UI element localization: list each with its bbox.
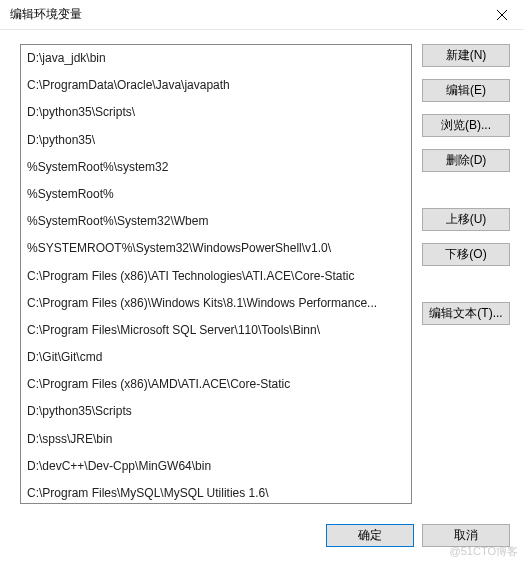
list-item[interactable]: C:\Program Files (x86)\Windows Kits\8.1\… — [21, 290, 411, 317]
close-button[interactable] — [479, 0, 524, 30]
path-listbox[interactable]: D:\java_jdk\binC:\ProgramData\Oracle\Jav… — [20, 44, 412, 504]
list-item[interactable]: %SystemRoot% — [21, 181, 411, 208]
titlebar: 编辑环境变量 — [0, 0, 524, 30]
side-button-column: 新建(N) 编辑(E) 浏览(B)... 删除(D) 上移(U) 下移(O) 编… — [422, 44, 510, 504]
list-item[interactable]: C:\ProgramData\Oracle\Java\javapath — [21, 72, 411, 99]
list-item[interactable]: D:\devC++\Dev-Cpp\MinGW64\bin — [21, 453, 411, 480]
list-item[interactable]: C:\Program Files\Microsoft SQL Server\11… — [21, 317, 411, 344]
list-item[interactable]: C:\Program Files (x86)\ATI Technologies\… — [21, 263, 411, 290]
list-item[interactable]: D:\python35\Scripts\ — [21, 99, 411, 126]
footer-buttons: 确定 取消 — [326, 524, 510, 547]
dialog-body: D:\java_jdk\binC:\ProgramData\Oracle\Jav… — [0, 30, 524, 504]
list-item[interactable]: %SYSTEMROOT%\System32\WindowsPowerShell\… — [21, 235, 411, 262]
list-item[interactable]: D:\java_jdk\bin — [21, 45, 411, 72]
move-down-button[interactable]: 下移(O) — [422, 243, 510, 266]
list-item[interactable]: C:\Program Files (x86)\AMD\ATI.ACE\Core-… — [21, 371, 411, 398]
close-icon — [497, 10, 507, 20]
window-title: 编辑环境变量 — [10, 6, 82, 23]
list-item[interactable]: D:\python35\Scripts — [21, 398, 411, 425]
ok-button[interactable]: 确定 — [326, 524, 414, 547]
list-item[interactable]: D:\spss\JRE\bin — [21, 426, 411, 453]
browse-button[interactable]: 浏览(B)... — [422, 114, 510, 137]
list-item[interactable]: %SystemRoot%\System32\Wbem — [21, 208, 411, 235]
new-button[interactable]: 新建(N) — [422, 44, 510, 67]
cancel-button[interactable]: 取消 — [422, 524, 510, 547]
list-item[interactable]: D:\python35\ — [21, 127, 411, 154]
list-item[interactable]: D:\Git\Git\cmd — [21, 344, 411, 371]
delete-button[interactable]: 删除(D) — [422, 149, 510, 172]
move-up-button[interactable]: 上移(U) — [422, 208, 510, 231]
list-item[interactable]: C:\Program Files\MySQL\MySQL Utilities 1… — [21, 480, 411, 504]
edit-text-button[interactable]: 编辑文本(T)... — [422, 302, 510, 325]
edit-button[interactable]: 编辑(E) — [422, 79, 510, 102]
list-item[interactable]: %SystemRoot%\system32 — [21, 154, 411, 181]
